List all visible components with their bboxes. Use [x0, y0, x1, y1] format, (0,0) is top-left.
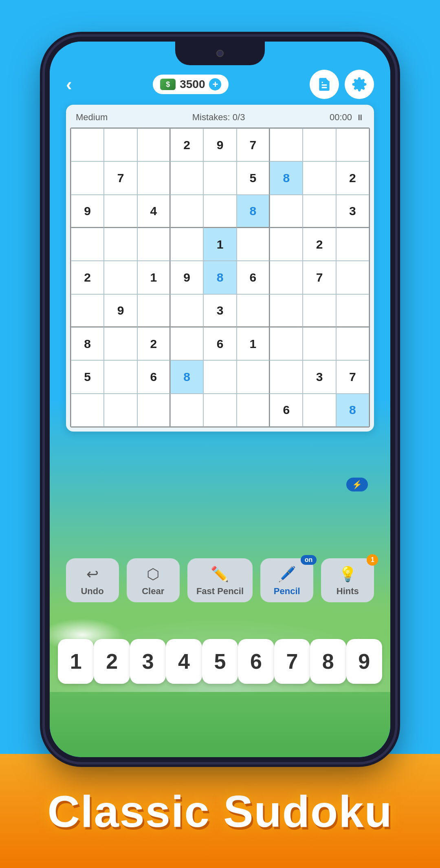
cell-0-8[interactable] — [336, 128, 369, 161]
cell-2-4[interactable] — [203, 195, 236, 228]
num-btn-1[interactable]: 1 — [58, 639, 94, 684]
cell-3-6[interactable] — [270, 228, 303, 261]
cell-4-1[interactable] — [104, 261, 137, 294]
cell-0-1[interactable] — [104, 128, 137, 161]
cell-5-3[interactable] — [170, 294, 203, 327]
hints-button[interactable]: 💡 Hints 1 — [321, 558, 374, 602]
cell-4-8[interactable] — [336, 261, 369, 294]
cell-6-1[interactable] — [104, 327, 137, 360]
cell-4-3[interactable]: 9 — [170, 261, 203, 294]
cell-4-7[interactable]: 7 — [303, 261, 336, 294]
cell-7-6[interactable] — [270, 360, 303, 393]
cell-6-5[interactable]: 1 — [237, 327, 270, 360]
cell-2-6[interactable] — [270, 195, 303, 228]
cell-5-1[interactable]: 9 — [104, 294, 137, 327]
num-btn-6[interactable]: 6 — [238, 639, 274, 684]
cell-2-8[interactable]: 3 — [336, 195, 369, 228]
num-btn-9[interactable]: 9 — [346, 639, 382, 684]
clear-button[interactable]: ⬡ Clear — [127, 558, 180, 602]
cell-7-5[interactable] — [237, 360, 270, 393]
add-coins-button[interactable]: + — [209, 78, 221, 90]
cell-7-8[interactable]: 7 — [336, 360, 369, 393]
cell-1-8[interactable]: 2 — [336, 161, 369, 194]
cell-8-1[interactable] — [104, 394, 137, 427]
cell-1-7[interactable] — [303, 161, 336, 194]
cell-4-4[interactable]: 8 — [203, 261, 236, 294]
cell-0-6[interactable] — [270, 128, 303, 161]
cell-1-3[interactable] — [170, 161, 203, 194]
cell-3-4[interactable]: 1 — [203, 228, 236, 261]
cell-3-2[interactable] — [137, 228, 170, 261]
cell-2-7[interactable] — [303, 195, 336, 228]
cell-7-2[interactable]: 6 — [137, 360, 170, 393]
cell-8-0[interactable] — [71, 394, 104, 427]
fast-pencil-button[interactable]: ✏️ Fast Pencil — [187, 558, 253, 602]
cell-6-7[interactable] — [303, 327, 336, 360]
settings-button[interactable] — [345, 70, 374, 99]
cell-3-3[interactable] — [170, 228, 203, 261]
cell-6-8[interactable] — [336, 327, 369, 360]
cell-7-7[interactable]: 3 — [303, 360, 336, 393]
cell-5-2[interactable] — [137, 294, 170, 327]
cell-2-5[interactable]: 8 — [237, 195, 270, 228]
cell-3-7[interactable]: 2 — [303, 228, 336, 261]
cell-0-7[interactable] — [303, 128, 336, 161]
cell-0-3[interactable]: 2 — [170, 128, 203, 161]
cell-8-8[interactable]: 8 — [336, 394, 369, 427]
cell-7-3[interactable]: 8 — [170, 360, 203, 393]
cell-5-7[interactable] — [303, 294, 336, 327]
cell-5-8[interactable] — [336, 294, 369, 327]
cell-1-6[interactable]: 8 — [270, 161, 303, 194]
cell-0-0[interactable] — [71, 128, 104, 161]
undo-button[interactable]: ↩ Undo — [66, 558, 119, 602]
cell-2-1[interactable] — [104, 195, 137, 228]
cell-3-8[interactable] — [336, 228, 369, 261]
cell-5-0[interactable] — [71, 294, 104, 327]
num-btn-5[interactable]: 5 — [202, 639, 238, 684]
cell-5-5[interactable] — [237, 294, 270, 327]
cell-6-0[interactable]: 8 — [71, 327, 104, 360]
cell-2-3[interactable] — [170, 195, 203, 228]
cell-3-1[interactable] — [104, 228, 137, 261]
cell-4-0[interactable]: 2 — [71, 261, 104, 294]
cell-6-2[interactable]: 2 — [137, 327, 170, 360]
cell-1-2[interactable] — [137, 161, 170, 194]
cell-1-5[interactable]: 5 — [237, 161, 270, 194]
cell-2-2[interactable]: 4 — [137, 195, 170, 228]
cell-8-5[interactable] — [237, 394, 270, 427]
back-button[interactable]: ‹ — [66, 74, 72, 95]
num-btn-8[interactable]: 8 — [310, 639, 346, 684]
num-btn-4[interactable]: 4 — [166, 639, 202, 684]
cell-4-5[interactable]: 6 — [237, 261, 270, 294]
cell-1-4[interactable] — [203, 161, 236, 194]
cell-1-1[interactable]: 7 — [104, 161, 137, 194]
pause-icon[interactable]: ⏸ — [356, 113, 364, 122]
cell-7-1[interactable] — [104, 360, 137, 393]
pencil-button[interactable]: 🖊️ Pencil on — [260, 558, 313, 602]
num-btn-2[interactable]: 2 — [94, 639, 130, 684]
cell-3-0[interactable] — [71, 228, 104, 261]
cell-6-6[interactable] — [270, 327, 303, 360]
cell-8-4[interactable] — [203, 394, 236, 427]
cell-0-2[interactable] — [137, 128, 170, 161]
report-button[interactable] — [310, 70, 339, 99]
cell-4-2[interactable]: 1 — [137, 261, 170, 294]
num-btn-3[interactable]: 3 — [130, 639, 166, 684]
cell-6-4[interactable]: 6 — [203, 327, 236, 360]
cell-5-4[interactable]: 3 — [203, 294, 236, 327]
cell-7-0[interactable]: 5 — [71, 360, 104, 393]
speed-toggle[interactable]: ⚡ — [346, 478, 368, 491]
cell-8-3[interactable] — [170, 394, 203, 427]
cell-0-5[interactable]: 7 — [237, 128, 270, 161]
cell-2-0[interactable]: 9 — [71, 195, 104, 228]
sudoku-grid[interactable]: 29775829483122198679382615683768 — [70, 128, 370, 427]
cell-4-6[interactable] — [270, 261, 303, 294]
cell-8-2[interactable] — [137, 394, 170, 427]
cell-8-7[interactable] — [303, 394, 336, 427]
cell-3-5[interactable] — [237, 228, 270, 261]
cell-1-0[interactable] — [71, 161, 104, 194]
cell-6-3[interactable] — [170, 327, 203, 360]
cell-7-4[interactable] — [203, 360, 236, 393]
cell-0-4[interactable]: 9 — [203, 128, 236, 161]
cell-5-6[interactable] — [270, 294, 303, 327]
